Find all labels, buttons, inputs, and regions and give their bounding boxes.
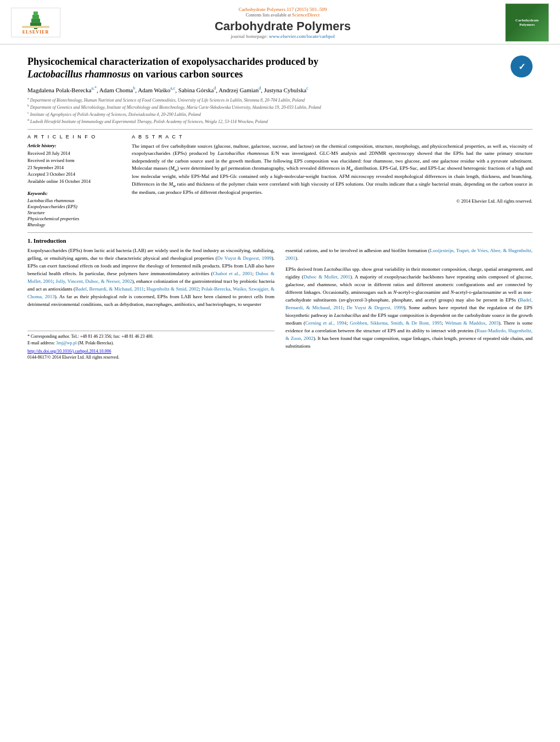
ref-welman-2003[interactable]: Welman & Maddox, 2003 <box>445 320 499 326</box>
intro-title: 1. Introduction <box>27 237 533 244</box>
copyright-text: © 2014 Elsevier Ltd. All rights reserved… <box>132 198 533 204</box>
ref-looijesteijn-2001[interactable]: Looijesteijn, Trapet, de Vries, Abee, & … <box>285 248 533 261</box>
journal-header: ELSEVIER Carbohydrate Polymers 117 (2015… <box>0 0 560 44</box>
title-part3: on various carbon sources <box>131 69 243 80</box>
svg-text:✓: ✓ <box>518 62 525 71</box>
doi-line: http://dx.doi.org/10.1016/j.carbpol.2014… <box>27 349 275 354</box>
intro-heading: Introduction <box>33 237 66 244</box>
page: ELSEVIER Carbohydrate Polymers 117 (2015… <box>0 0 560 742</box>
divider-2 <box>27 232 533 233</box>
keyword-4: Physicochemical properties <box>27 216 121 221</box>
ref-ruas-2002[interactable]: Ruas-Madiedo, Hugenholtz, & Zoon, 2002 <box>285 328 533 341</box>
ref-devuyst-degeest-1999[interactable]: De Vuyst & Degeest, 1999 <box>346 305 404 310</box>
contents-label: Contents lists available at <box>246 13 291 18</box>
abstract-text: The impact of five carbohydrate sources … <box>132 143 533 197</box>
ref-duboc-mollet-2001[interactable]: Duboc & Mollet, 2001 <box>304 274 350 280</box>
intro-paragraph-3: EPSs derived from Lactobacillus spp. sho… <box>285 266 533 350</box>
doi-link[interactable]: http://dx.doi.org/10.1016/j.carbpol.2014… <box>27 349 111 354</box>
title-section: Physicochemical characterization of exop… <box>27 50 533 81</box>
intro-content: Exopolysaccharides (EPSs) from lactic ac… <box>27 247 533 360</box>
svg-rect-2 <box>31 19 40 23</box>
contents-available: Contents lists available at ScienceDirec… <box>60 12 505 18</box>
article-info-column: A R T I C L E I N F O Article history: R… <box>27 134 121 228</box>
footnote-star: * Corresponding author. Tel.: +48 81 46 … <box>27 333 275 340</box>
article-title: Physicochemical characterization of exop… <box>27 55 511 81</box>
email-link[interactable]: 3mj@wp.pl <box>56 341 77 345</box>
title-italic: Lactobacillus rhamnosus <box>27 69 131 80</box>
svg-rect-4 <box>33 12 38 15</box>
authors-line: Magdalena Polak-Bereckaa,*, Adam Chomab,… <box>27 86 533 93</box>
article-body: Physicochemical characterization of exop… <box>0 44 560 365</box>
ref-devuyst-1999[interactable]: De Vuyst & Degeest, 1999 <box>217 255 271 261</box>
received-revised-label: Received in revised form <box>27 158 121 164</box>
sciencedirect-link[interactable]: ScienceDirect <box>292 12 320 18</box>
homepage-label: journal homepage: <box>231 34 267 39</box>
article-info-heading: A R T I C L E I N F O <box>27 134 121 140</box>
keyword-2: Exopolysaccharides (EPS) <box>27 204 121 209</box>
ref-badel-2011[interactable]: Badel, Bernardi, & Michaud, 2011 <box>75 286 144 292</box>
corresponding-label: * Corresponding author. Tel.: +48 81 46 … <box>27 334 153 339</box>
keywords-section: Keywords: Lactobacillus rhamnosus Exopol… <box>27 191 121 227</box>
accepted-date: Accepted 3 October 2014 <box>27 171 121 178</box>
intro-number: 1. <box>27 237 32 244</box>
elsevier-logo: ELSEVIER <box>11 8 60 37</box>
affil-b: b Department of Genetics and Microbiolog… <box>27 103 533 110</box>
info-abstract-section: A R T I C L E I N F O Article history: R… <box>27 134 533 228</box>
footnote-area: * Corresponding author. Tel.: +48 81 46 … <box>27 331 275 360</box>
ref-badel-michaud-2011[interactable]: Badel, Bernardi, & Michaud, 2011 <box>285 297 533 310</box>
journal-homepage: journal homepage: www.elsevier.com/locat… <box>60 34 505 39</box>
affil-a: a Department of Biotechnology, Human Nut… <box>27 96 533 103</box>
carbpol-logo-text: Carbohydrate Polymers <box>507 18 547 27</box>
carbpol-logo: Carbohydrate Polymers <box>505 3 549 42</box>
affil-c: c Institute of Agrophysics of Polish Aca… <box>27 110 533 118</box>
keyword-3: Structure <box>27 210 121 215</box>
crossmark-badge: ✓ <box>511 55 533 77</box>
issn-line: 0144-8617/© 2014 Elsevier Ltd. All right… <box>27 355 275 360</box>
intro-section: 1. Introduction Exopolysaccharides (EPSs… <box>27 237 533 360</box>
keywords-label: Keywords: <box>27 191 121 196</box>
received-revised-date: 23 September 2014 <box>27 165 121 171</box>
svg-rect-6 <box>22 26 49 28</box>
affil-d: d Ludwik Hirszfeld Institute of Immunolo… <box>27 118 533 125</box>
keyword-1: Lactobacillus rhamnosus <box>27 198 121 203</box>
abstract-column: A B S T R A C T The impact of five carbo… <box>132 134 533 228</box>
homepage-link[interactable]: www.elsevier.com/locate/carbpol <box>269 34 335 39</box>
volume-info: Carbohydrate Polymers 117 (2015) 501–509 <box>60 6 505 12</box>
ref-jolly-2002[interactable]: Jolly, Vincent, Duboc, & Neeser, 2002 <box>55 278 132 284</box>
email-suffix: (M. Polak-Berecka). <box>78 341 114 345</box>
received-date: Received 28 July 2014 <box>27 150 121 157</box>
intro-right-col: essential cations, and to be involved in… <box>285 247 533 360</box>
title-part1: Physicochemical characterization of exop… <box>27 56 318 67</box>
elsevier-brand: ELSEVIER <box>23 30 49 35</box>
crossmark-icon: ✓ <box>512 57 531 76</box>
available-date: Available online 16 October 2014 <box>27 178 121 185</box>
divider-1 <box>27 129 533 130</box>
journal-header-center: Carbohydrate Polymers 117 (2015) 501–509… <box>60 6 505 39</box>
keyword-5: Rheology <box>27 222 121 227</box>
svg-rect-3 <box>32 15 39 19</box>
affiliations: a Department of Biotechnology, Human Nut… <box>27 96 533 124</box>
ref-chabot-2001[interactable]: Chabot et al., 2001 <box>213 271 253 276</box>
ref-hugenholtz-2002[interactable]: Hugenholtz & Smid, 2002 <box>147 286 199 292</box>
footnote-email: E-mail address: 3mj@wp.pl (M. Polak-Bere… <box>27 340 275 347</box>
ref-grobben-1995[interactable]: Grobben, Sikkema, Smith, & De Bont, 1995 <box>350 320 442 326</box>
ref-cerning-1994[interactable]: Cerning et al., 1994 <box>305 320 346 326</box>
email-label: E-mail address: <box>27 341 55 345</box>
svg-rect-1 <box>30 23 41 26</box>
intro-paragraph-1: Exopolysaccharides (EPSs) from lactic ac… <box>27 247 275 309</box>
history-label: Article history: <box>27 143 121 148</box>
intro-left-col: Exopolysaccharides (EPSs) from lactic ac… <box>27 247 275 360</box>
elsevier-tree-icon <box>19 10 52 30</box>
journal-title: Carbohydrate Polymers <box>60 19 505 34</box>
intro-paragraph-2: essential cations, and to be involved in… <box>285 247 533 263</box>
abstract-heading: A B S T R A C T <box>132 134 533 140</box>
